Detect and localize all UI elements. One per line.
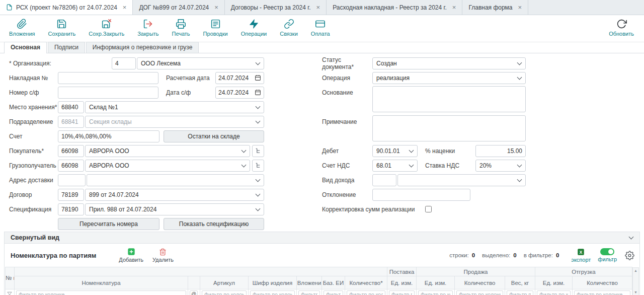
column-header-supply-unit[interactable]: Ед. изм. <box>387 276 417 289</box>
vat-rate-select[interactable]: 20% <box>475 160 526 172</box>
filter-input-weight[interactable] <box>507 290 533 295</box>
filter-input-shipment-quantity[interactable] <box>574 290 630 295</box>
filter-input-attachment[interactable] <box>298 290 320 295</box>
column-header-weight[interactable]: Вес, кг <box>505 276 535 289</box>
debit-select[interactable]: 90.01.01 <box>372 145 418 157</box>
column-header-row-number[interactable]: № п/п ▲ <box>6 267 15 289</box>
chevron-down-icon[interactable] <box>629 235 634 240</box>
department-code-input[interactable] <box>58 116 84 128</box>
close-icon[interactable]: × <box>452 4 456 11</box>
show-specification-button[interactable]: Показать спецификацию <box>164 218 264 230</box>
buyer-select[interactable]: АВРОРА ООО <box>85 145 250 157</box>
column-header-shipment-unit[interactable]: Ед. изм. <box>535 276 573 289</box>
scroll-down-icon[interactable]: ▼ <box>634 289 637 295</box>
markup-input[interactable] <box>475 145 526 157</box>
payment-button[interactable]: Оплата <box>311 19 330 37</box>
column-header-articul[interactable]: Артикул <box>200 276 249 289</box>
delivery-address-select[interactable] <box>87 174 264 186</box>
invoice-no-input[interactable] <box>58 72 158 84</box>
calc-date-input[interactable]: 24.07.2024 <box>215 72 264 84</box>
close-button[interactable]: Закрыть <box>137 19 158 37</box>
save-button[interactable]: Сохранить <box>48 19 76 37</box>
column-header-shipment-quantity[interactable]: Количество <box>573 276 632 289</box>
close-icon[interactable]: × <box>214 4 218 11</box>
account-input[interactable] <box>58 130 159 142</box>
column-header-product-code[interactable]: Шифр изделия <box>249 276 297 289</box>
tab-signatures[interactable]: Подписи <box>48 42 85 53</box>
filter-input-nomenclature[interactable] <box>16 290 186 295</box>
storage-select[interactable]: Склад №1 <box>85 101 264 113</box>
window-tab-dog[interactable]: ДОГ №899 от 24.07.2024 × <box>133 0 224 15</box>
operation-select[interactable]: реализация <box>372 72 526 84</box>
filter-input-supply-unit[interactable] <box>389 290 415 295</box>
column-header-base-unit[interactable]: Баз. ЕИ <box>322 276 345 289</box>
attachments-button[interactable]: Вложения <box>9 19 35 37</box>
vat-account-select[interactable]: 68.01 <box>372 160 418 172</box>
delivery-address-code-input[interactable] <box>58 174 86 186</box>
correction-checkbox[interactable] <box>425 206 432 212</box>
column-header-sale-unit[interactable]: Ед. изм. <box>417 276 455 289</box>
operations-button[interactable]: Операции <box>241 19 267 37</box>
basis-textarea[interactable] <box>372 86 526 112</box>
window-tab-invoice-registry[interactable]: Расходная накладная - Реестр за 2024 г. … <box>327 0 462 15</box>
recalc-numbers-button[interactable]: Пересчитать номера <box>58 218 159 230</box>
department-select[interactable]: Секция склады <box>85 116 264 128</box>
tab-main[interactable]: Основная <box>4 42 47 53</box>
buyer-code-input[interactable] <box>58 145 84 157</box>
links-button[interactable]: Связки <box>280 19 298 37</box>
grid-settings-button[interactable] <box>625 251 634 260</box>
print-button[interactable]: Печать <box>172 19 190 37</box>
contract-code-input[interactable] <box>58 189 84 201</box>
refresh-button[interactable]: Обновить <box>609 19 634 37</box>
deviation-input[interactable] <box>372 189 470 201</box>
postings-button[interactable]: Проводки <box>203 19 228 37</box>
filter-input-articul[interactable] <box>202 290 247 295</box>
window-tab-rsx[interactable]: РСХ (проект №78206) от 24.07.2024 × <box>0 0 133 15</box>
filter-input-sale-quantity[interactable] <box>456 290 503 295</box>
stock-balance-button[interactable]: Остатки на складе <box>164 130 264 142</box>
export-button[interactable]: X экспорт <box>571 248 591 263</box>
filter-input-base-unit[interactable] <box>324 290 343 295</box>
window-tab-main-form[interactable]: Главная форма × <box>462 0 528 15</box>
close-icon[interactable]: × <box>316 4 320 11</box>
column-header-quantity[interactable]: Количество* <box>345 276 387 289</box>
at-icon[interactable]: @ <box>190 290 198 295</box>
income-type-select[interactable] <box>397 174 526 186</box>
specification-code-input[interactable] <box>58 203 84 215</box>
status-select[interactable]: Создан <box>372 57 526 69</box>
contract-select[interactable]: 899 от 24.07.2024 <box>85 189 264 201</box>
filter-input-quantity[interactable] <box>347 290 385 295</box>
sf-date-input[interactable]: 24.07.2024 <box>215 87 264 99</box>
income-type-code-input[interactable] <box>372 174 396 186</box>
scroll-up-icon[interactable]: ▲ <box>634 268 637 273</box>
close-icon[interactable]: × <box>123 4 127 11</box>
filter-cell-icon[interactable]: @ <box>188 289 200 295</box>
column-header-icon[interactable] <box>188 276 200 289</box>
column-header-sale-quantity[interactable]: Количество <box>455 276 505 289</box>
delete-row-button[interactable]: Удалить <box>152 248 174 263</box>
column-header-attachment[interactable]: Вложени <box>297 276 322 289</box>
filter-toggle[interactable]: фильтр <box>598 248 617 262</box>
sf-no-input[interactable] <box>58 87 158 99</box>
consignee-hierarchy-button[interactable] <box>252 160 264 172</box>
storage-code-input[interactable] <box>58 101 84 113</box>
consignee-select[interactable]: АВРОРА ООО <box>85 160 250 172</box>
close-icon[interactable]: × <box>518 4 522 11</box>
add-row-button[interactable]: Добавить <box>119 248 143 263</box>
grid-vertical-scrollbar[interactable]: ▲ ▼ <box>632 267 639 295</box>
tab-carrier-cargo-info[interactable]: Информация о перевозчике и грузе <box>86 42 199 53</box>
filter-input-product-code[interactable] <box>250 290 295 295</box>
save-close-button[interactable]: Сохр.Закрыть <box>89 19 124 37</box>
organization-select[interactable]: ООО Лексема <box>137 57 264 69</box>
toggle-on-icon[interactable] <box>600 248 614 255</box>
note-textarea[interactable] <box>372 115 526 141</box>
column-header-nomenclature[interactable]: Номенклатура <box>15 276 188 289</box>
organization-code-input[interactable] <box>112 57 136 69</box>
filter-input-shipment-unit[interactable] <box>537 290 571 295</box>
buyer-hierarchy-button[interactable] <box>252 145 264 157</box>
consignee-code-input[interactable] <box>58 160 84 172</box>
window-tab-contracts-registry[interactable]: Договоры - Реестр за 2024 г. × <box>225 0 327 15</box>
collapsed-view-bar[interactable]: Свернутый вид <box>4 232 640 244</box>
filter-input-sale-unit[interactable] <box>418 290 453 295</box>
specification-select[interactable]: Прил. 988 от 24.07.2024 <box>85 203 264 215</box>
